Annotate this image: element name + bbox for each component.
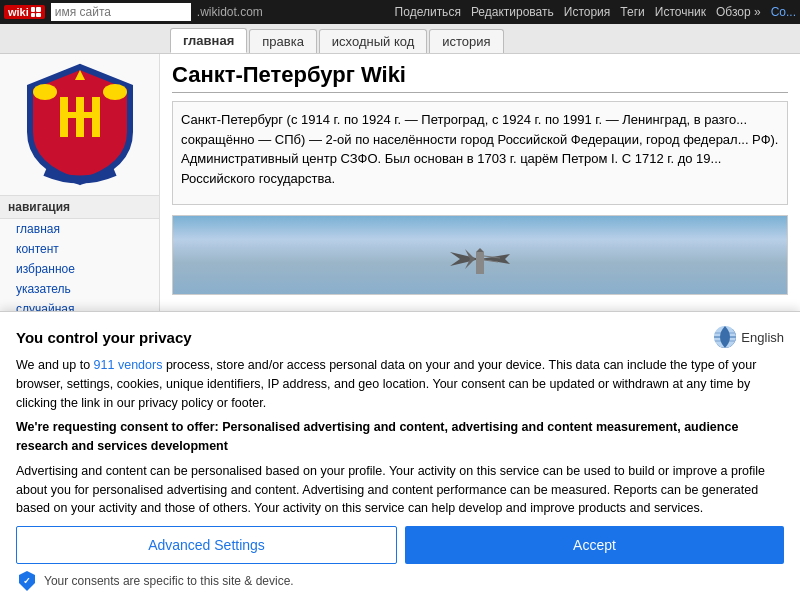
coat-of-arms-svg <box>25 62 135 187</box>
tab-main[interactable]: главная <box>170 28 247 53</box>
sidebar-item-content[interactable]: контент <box>0 239 159 259</box>
edit-link[interactable]: Редактировать <box>471 5 554 19</box>
privacy-header: You control your privacy English <box>16 326 784 348</box>
tab-edit[interactable]: правка <box>249 29 317 53</box>
privacy-title: You control your privacy <box>16 329 192 346</box>
privacy-overlay: You control your privacy English We and … <box>0 311 800 600</box>
content-intro-box: Санкт-Петербург (с 1914 г. по 1924 г. — … <box>172 101 788 205</box>
top-nav-links: Поделиться Редактировать История Теги Ис… <box>395 5 796 19</box>
source-link[interactable]: Источник <box>655 5 706 19</box>
sidebar-item-index[interactable]: указатель <box>0 279 159 299</box>
sidebar-item-favorites[interactable]: избранное <box>0 259 159 279</box>
tab-history[interactable]: история <box>429 29 503 53</box>
top-bar: wiki .wikidot.com Поделиться Редактирова… <box>0 0 800 24</box>
history-link[interactable]: История <box>564 5 611 19</box>
tabs-bar: главная правка исходный код история <box>0 24 800 54</box>
overview-link[interactable]: Обзор » <box>716 5 761 19</box>
lang-icon <box>714 326 736 348</box>
page-title: Санкт-Петербург Wiki <box>172 62 788 93</box>
share-link[interactable]: Поделиться <box>395 5 461 19</box>
svg-point-6 <box>33 84 57 100</box>
privacy-buttons: Advanced Settings Accept <box>16 526 784 564</box>
wikidot-logo: wiki <box>4 5 45 19</box>
wiki-text: wiki <box>8 6 29 18</box>
svg-rect-2 <box>92 97 100 137</box>
airplane-svg <box>440 244 520 274</box>
sidebar-nav-title: навигация <box>0 195 159 219</box>
site-domain: .wikidot.com <box>197 5 263 19</box>
blue-link[interactable]: Со... <box>771 5 796 19</box>
sidebar-item-home[interactable]: главная <box>0 219 159 239</box>
advanced-settings-button[interactable]: Advanced Settings <box>16 526 397 564</box>
sidebar-nav: главная контент избранное указатель случ… <box>0 219 159 319</box>
shield-shape: ✓ <box>19 571 35 591</box>
content-body-text: Санкт-Петербург (с 1914 г. по 1924 г. — … <box>181 110 779 188</box>
privacy-footer-text: Your consents are specific to this site … <box>44 574 294 588</box>
svg-point-7 <box>103 84 127 100</box>
svg-rect-8 <box>476 252 484 274</box>
privacy-text-1: We and up to 911 vendors process, store … <box>16 356 784 412</box>
site-search-input[interactable] <box>51 3 191 21</box>
privacy-text-2: We're requesting consent to offer: Perso… <box>16 418 784 456</box>
privacy-lang: English <box>714 326 784 348</box>
content-image <box>172 215 788 295</box>
vendors-link[interactable]: 911 vendors <box>94 358 163 372</box>
accept-button[interactable]: Accept <box>405 526 784 564</box>
tab-source[interactable]: исходный код <box>319 29 427 53</box>
privacy-shield-icon: ✓ <box>16 572 38 590</box>
svg-marker-9 <box>476 248 484 252</box>
svg-rect-0 <box>60 97 68 137</box>
tags-link[interactable]: Теги <box>620 5 644 19</box>
svg-rect-5 <box>67 112 93 118</box>
privacy-footer: ✓ Your consents are specific to this sit… <box>16 572 784 590</box>
sidebar-logo <box>0 54 159 195</box>
wikidot-dots <box>31 7 41 17</box>
privacy-lang-label: English <box>741 330 784 345</box>
privacy-text-3: Advertising and content can be personali… <box>16 462 784 518</box>
